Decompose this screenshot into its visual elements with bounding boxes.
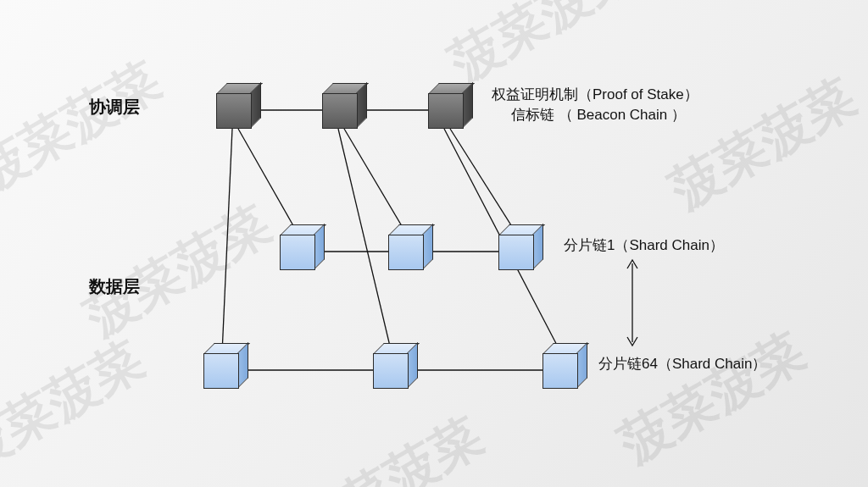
shard64-label: 分片链64（Shard Chain） [598, 354, 766, 374]
svg-line-9 [222, 129, 232, 353]
svg-line-7 [344, 129, 407, 235]
beacon-label: 信标链 （ Beacon Chain ） [511, 105, 686, 125]
shard1-cube [388, 224, 432, 268]
shard1-cube [498, 224, 542, 268]
shard1-label: 分片链1（Shard Chain） [564, 235, 724, 255]
watermark: 菠菜菠菜 [0, 326, 156, 487]
shard1-cube [280, 224, 324, 268]
svg-line-10 [338, 129, 392, 353]
beacon-cube [322, 83, 366, 127]
shard64-cube [542, 343, 587, 387]
diagram-stage: 菠菜菠菜 菠菜菠菜 菠菜菠菜 菠菜菠菜 菠菜菠菜 菠菜菠菜 菠菜菠菜 协调层 数… [0, 0, 868, 487]
beacon-cube [428, 83, 472, 127]
pos-label: 权益证明机制（Proof of Stake） [492, 85, 698, 104]
data-layer-label: 数据层 [89, 275, 140, 298]
coord-layer-label: 协调层 [89, 96, 140, 119]
connection-lines [0, 0, 868, 487]
shard64-cube [203, 343, 248, 387]
svg-line-6 [238, 129, 298, 235]
watermark: 菠菜菠菜 [0, 47, 173, 208]
shard64-cube [373, 343, 417, 387]
watermark: 菠菜菠菜 [73, 191, 283, 351]
svg-line-8 [450, 129, 517, 235]
beacon-cube [216, 83, 260, 127]
watermark: 菠菜菠菜 [285, 402, 495, 487]
shard-range-arrow [624, 258, 641, 347]
